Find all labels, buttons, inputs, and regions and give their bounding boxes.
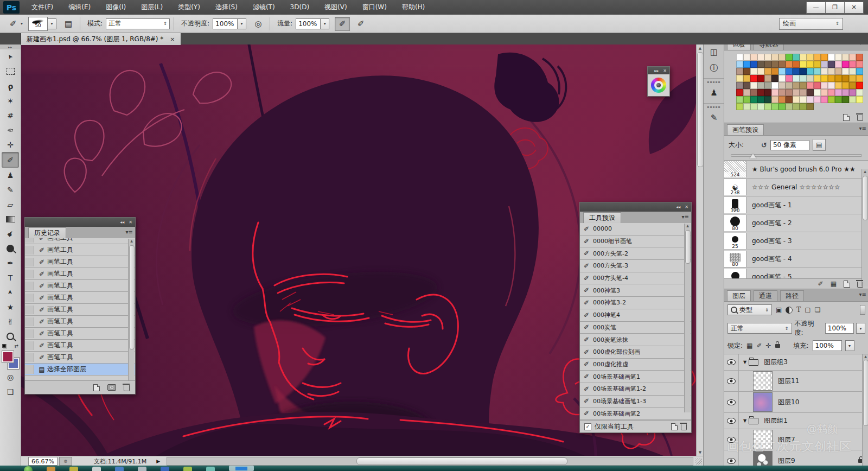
swatch[interactable] [828, 75, 835, 82]
swatch[interactable] [750, 54, 757, 61]
swatch[interactable] [736, 96, 743, 103]
swatch[interactable] [771, 89, 778, 96]
swatch[interactable] [828, 61, 835, 68]
toggle-brush-panel-icon[interactable]: ▤ [813, 139, 826, 151]
swatch[interactable] [856, 96, 863, 103]
delete-brush-icon[interactable] [857, 282, 863, 288]
swatch[interactable] [793, 68, 800, 75]
swatch[interactable] [764, 82, 771, 89]
history-source-checkbox[interactable] [25, 329, 34, 338]
swatch[interactable] [764, 75, 771, 82]
swatch[interactable] [764, 96, 771, 103]
tool-preset-item[interactable]: ✐ 00场景基础画笔2 [580, 408, 691, 420]
preset-manager-icon[interactable]: ▦ [831, 280, 837, 288]
default-colors-icon[interactable] [2, 344, 7, 348]
eraser-tool[interactable]: ▱ [2, 197, 18, 212]
swatch[interactable] [786, 61, 793, 68]
filter-type-icon[interactable]: T [796, 306, 801, 314]
panel-menu-icon[interactable]: ▾≡ [126, 229, 133, 235]
menu-item[interactable]: 编辑(E) [61, 0, 98, 15]
swatch[interactable] [849, 68, 856, 75]
tab-layers[interactable]: 图层 [727, 290, 751, 301]
swatch[interactable] [800, 54, 807, 61]
swatch[interactable] [800, 96, 807, 103]
swatch[interactable] [771, 68, 778, 75]
swatch[interactable] [849, 54, 856, 61]
mode-select[interactable]: 正常 ⇕ [106, 18, 170, 29]
menu-item[interactable]: 文件(F) [24, 0, 61, 15]
swatch[interactable] [750, 96, 757, 103]
swatch[interactable] [736, 89, 743, 96]
swatch[interactable] [842, 61, 849, 68]
swatch[interactable] [793, 96, 800, 103]
history-source-checkbox[interactable] [25, 238, 34, 243]
history-entry[interactable]: ✐ 画笔工具 [25, 280, 135, 292]
history-source-checkbox[interactable] [25, 258, 34, 266]
filter-type-select[interactable]: 类型 ⇕ [727, 304, 772, 315]
tool-presets-scrollbar[interactable]: ▲ [684, 224, 691, 412]
layer-thumbnail[interactable] [753, 371, 773, 391]
opacity-field[interactable]: 100% [213, 18, 238, 29]
close-panel-icon[interactable]: ✕ [663, 68, 667, 73]
color-wheel-icon[interactable] [651, 78, 666, 93]
info-panel-icon[interactable]: ⓘ [706, 61, 722, 75]
swatch[interactable] [814, 96, 821, 103]
swatch[interactable] [793, 54, 800, 61]
swatch[interactable] [807, 75, 814, 82]
swatch[interactable] [849, 96, 856, 103]
airbrush-toggle-icon[interactable]: ✐ [335, 17, 350, 31]
tool-preset-item[interactable]: ✐ 000虚化部位刻画 [580, 346, 691, 359]
swatch[interactable] [814, 89, 821, 96]
swatch[interactable] [807, 103, 814, 110]
menu-item[interactable]: 图像(I) [98, 0, 133, 15]
swatch[interactable] [743, 68, 750, 75]
swatch[interactable] [807, 54, 814, 61]
swatch[interactable] [757, 89, 764, 96]
opacity-arrow[interactable]: ▾ [856, 323, 865, 334]
swatch[interactable] [764, 68, 771, 75]
panel-menu-icon[interactable]: ▾≡ [682, 214, 689, 220]
swatch[interactable] [828, 54, 835, 61]
taskbar-active-app[interactable] [229, 466, 254, 471]
swatch[interactable] [786, 96, 793, 103]
menu-item[interactable]: 帮助(H) [394, 0, 432, 15]
swatch[interactable] [842, 89, 849, 96]
swatch[interactable] [778, 89, 786, 96]
layer-opacity-field[interactable]: 100% [825, 323, 854, 334]
history-source-checkbox[interactable] [25, 246, 34, 254]
swatch[interactable] [743, 54, 750, 61]
swatch[interactable] [821, 96, 828, 103]
tool-preset-item[interactable]: ✐ 00场景基础画笔1-3 [580, 396, 691, 408]
menu-item[interactable]: 选择(S) [208, 0, 245, 15]
delete-state-icon[interactable] [124, 385, 130, 391]
swatch[interactable] [814, 68, 821, 75]
swatch[interactable] [771, 54, 778, 61]
swatch[interactable] [771, 75, 778, 82]
swatch[interactable] [842, 68, 849, 75]
delete-preset-icon[interactable] [681, 424, 687, 430]
clone-source-panel-icon[interactable]: ♟ [706, 86, 722, 100]
brush-size-field[interactable]: 50 像素 [770, 140, 809, 150]
swatch[interactable] [743, 75, 750, 82]
tool-preset-item[interactable]: ✐ 000方头笔-3 [580, 260, 691, 272]
swatch[interactable] [736, 75, 743, 82]
tool-preset-item[interactable]: ✐ 00场景基础画笔1-2 [580, 383, 691, 396]
swatch[interactable] [821, 82, 828, 89]
swatch[interactable] [736, 103, 743, 110]
taskbar-icon[interactable] [183, 467, 192, 471]
brush-tool[interactable]: ✐ [2, 152, 19, 168]
swatch[interactable] [778, 96, 786, 103]
gradient-tool[interactable] [2, 212, 18, 226]
blend-mode-select[interactable]: 正常 ⇕ [727, 323, 792, 334]
history-entry[interactable]: ✐ 画笔工具 [25, 340, 135, 352]
opacity-arrow[interactable]: ▾ [237, 18, 246, 29]
layer-thumbnail[interactable] [753, 392, 773, 412]
brush-stroke-preview-icon[interactable]: ✐ [818, 280, 824, 288]
swatch[interactable] [778, 68, 786, 75]
toggle-brush-panel-icon[interactable]: ▤ [61, 17, 76, 31]
swatch[interactable] [800, 61, 807, 68]
tool-presets-panel-icon[interactable]: ✎ [706, 111, 722, 125]
menu-item[interactable]: 窗口(W) [355, 0, 394, 15]
collapse-icon[interactable]: ◂◂ [120, 220, 124, 225]
menu-item[interactable]: 图层(L) [133, 0, 170, 15]
